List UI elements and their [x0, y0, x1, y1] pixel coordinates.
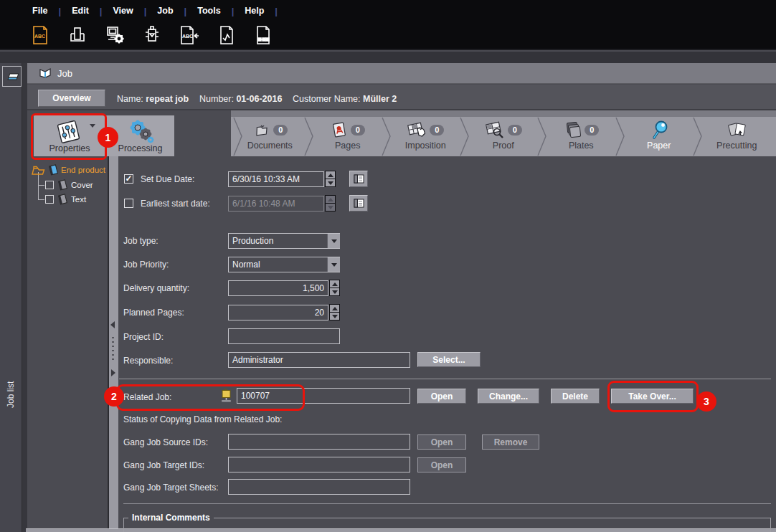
related-job-change-button[interactable]: Change...: [478, 389, 539, 404]
precutting-sheets-icon: [727, 120, 747, 139]
job-priority-select[interactable]: Normal: [228, 257, 340, 272]
properties-sliders-icon: [54, 120, 82, 144]
pages-count-badge: 0: [351, 125, 365, 136]
window-gap: [0, 52, 776, 63]
gang-source-row: Gang Job Source IDs: Open Remove: [0, 433, 776, 452]
workflow-icon[interactable]: [254, 25, 274, 45]
job-type-dropdown-arrow[interactable]: [327, 234, 340, 248]
calendar-icon: [354, 174, 364, 184]
job-priority-dropdown-arrow[interactable]: [327, 257, 340, 272]
documents-folder-icon: [252, 120, 270, 139]
pages-pdf-icon: [331, 120, 348, 139]
project-id-row: Project ID:: [0, 328, 776, 346]
menu-help[interactable]: Help: [234, 6, 275, 16]
splitter-collapse-right-arrow[interactable]: [111, 369, 115, 376]
responsible-row: Responsible: Administrator Select...: [0, 351, 776, 370]
gang-source-remove-button: Remove: [482, 434, 539, 450]
delivery-quantity-row: Delivery quantity: 1,500: [0, 279, 776, 298]
related-job-delete-button[interactable]: Delete: [551, 389, 600, 404]
project-id-field[interactable]: [228, 328, 340, 344]
set-due-date-checkbox[interactable]: ✓: [124, 174, 133, 184]
imposition-sheet-hand-icon: [407, 120, 427, 139]
job-type-row: Job type: Production: [0, 232, 776, 251]
set-due-date-row: ✓ Set Due Date: 6/30/16 10:33 AM: [0, 170, 776, 189]
import-names-icon[interactable]: ABC: [179, 25, 199, 45]
responsible-field[interactable]: Administrator: [228, 352, 410, 368]
planned-pages-field[interactable]: 20: [228, 305, 328, 320]
menu-job[interactable]: Job: [146, 6, 184, 16]
gang-target-row: Gang Job Target IDs: Open: [0, 456, 776, 475]
tab-precutting[interactable]: Precutting: [698, 117, 776, 156]
job-abc-icon[interactable]: ABC: [30, 25, 50, 45]
tab-paper[interactable]: Paper: [620, 117, 699, 156]
take-over-button[interactable]: Take Over...: [611, 389, 694, 404]
menu-bar: File | Edit | View | Job | Tools | Help …: [0, 0, 776, 22]
planned-pages-row: Planned Pages: 20: [0, 303, 776, 322]
calendar-icon: [354, 199, 364, 208]
svg-text:ABC: ABC: [34, 34, 45, 39]
related-job-open-button[interactable]: Open: [417, 389, 466, 404]
due-date-calendar-button[interactable]: [349, 171, 368, 187]
menu-tools[interactable]: Tools: [186, 6, 231, 16]
annotation-step-1: 1: [98, 127, 118, 148]
proof-magnifier-icon: [485, 120, 505, 139]
imposition-count-badge: 0: [430, 125, 444, 136]
tab-plates[interactable]: 0 Plates: [542, 117, 620, 156]
tab-imposition[interactable]: 0 Imposition: [387, 117, 465, 156]
tab-documents[interactable]: 0 Documents: [231, 117, 309, 156]
tab-pages[interactable]: 0 Pages: [309, 117, 387, 156]
due-date-spinner[interactable]: [325, 171, 336, 187]
delivery-quantity-field[interactable]: 1,500: [228, 280, 328, 296]
job-priority-row: Job Priority: Normal: [0, 256, 776, 275]
section-divider: [119, 379, 771, 379]
internal-comments-label: Internal Comments: [128, 513, 214, 523]
due-date-field[interactable]: 6/30/16 10:33 AM: [228, 171, 324, 187]
earliest-start-field: 6/1/16 10:48 AM: [228, 196, 324, 212]
job-title-bar: Job: [27, 63, 776, 84]
earliest-start-calendar-button[interactable]: [349, 195, 368, 212]
processing-gears-icon: [126, 118, 155, 144]
select-responsible-button[interactable]: Select...: [417, 352, 481, 367]
menu-view[interactable]: View: [102, 6, 143, 16]
delivery-quantity-spinner[interactable]: [329, 280, 340, 296]
print-icon[interactable]: [67, 25, 87, 45]
gang-target-field[interactable]: [228, 457, 410, 472]
gang-sheets-row: Gang Job Target Sheets:: [0, 478, 776, 497]
gang-source-open-button: Open: [417, 434, 466, 450]
svg-text:ABC: ABC: [182, 34, 193, 39]
customer-name-info: Customer Name: Müller 2: [293, 94, 397, 104]
job-stage-tabs: 0 Documents 0 Pages 0 Imposition: [231, 117, 776, 156]
system-settings-icon[interactable]: [105, 25, 125, 45]
gang-source-field[interactable]: [228, 434, 410, 450]
earliest-start-date-row: Earliest start date: 6/1/16 10:48 AM: [0, 194, 776, 213]
copy-status-label: Status of Copying Data from Related Job:: [123, 414, 282, 424]
related-job-field[interactable]: 100707: [237, 388, 410, 404]
section-divider: [123, 503, 771, 504]
menu-file[interactable]: File: [22, 6, 59, 16]
tool-bar: ABC ABC: [0, 22, 776, 50]
job-name-info: Name: repeat job: [117, 94, 189, 104]
documents-count-badge: 0: [273, 125, 288, 136]
gang-target-open-button: Open: [417, 457, 466, 472]
overview-button[interactable]: Overview: [38, 90, 105, 107]
application-window: File | Edit | View | Job | Tools | Help …: [0, 0, 776, 532]
earliest-start-spinner: [325, 195, 336, 212]
job-list-panel-button[interactable]: [2, 66, 22, 87]
planned-pages-spinner[interactable]: [329, 304, 340, 320]
job-book-icon: [39, 67, 52, 79]
plates-stack-icon: [563, 120, 582, 139]
annotation-step-2: 2: [104, 386, 124, 407]
menu-edit[interactable]: Edit: [61, 6, 100, 16]
properties-dropdown-caret[interactable]: [90, 124, 95, 128]
earliest-start-checkbox[interactable]: [124, 199, 133, 208]
plates-count-badge: 0: [585, 125, 599, 136]
tab-proof[interactable]: 0 Proof: [465, 117, 543, 156]
eraser-icon: [6, 71, 19, 82]
gang-sheets-field[interactable]: [228, 479, 410, 495]
report-icon[interactable]: [217, 25, 237, 45]
proof-count-badge: 0: [508, 125, 522, 136]
device-icon[interactable]: [142, 25, 162, 45]
tab-properties[interactable]: Properties: [34, 115, 105, 156]
job-type-select[interactable]: Production: [228, 233, 340, 249]
job-number-info: Number: 01-06-2016: [199, 94, 282, 104]
